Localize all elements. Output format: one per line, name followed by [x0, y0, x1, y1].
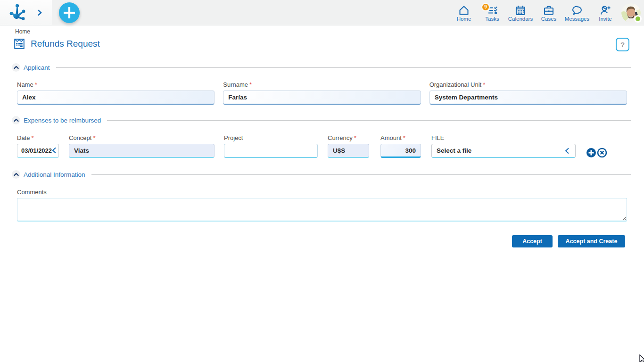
accept-and-create-button[interactable]: Accept and Create [558, 235, 625, 247]
required-mark: * [483, 81, 485, 88]
field-date: Date* [17, 134, 59, 158]
presence-status-dot [634, 15, 642, 23]
file-input[interactable] [431, 144, 576, 158]
section-applicant-header: Applicant [12, 63, 631, 72]
field-org-unit: Organizational Unit* [429, 81, 627, 105]
bizagi-logo-icon[interactable] [4, 1, 27, 26]
field-concept: Concept* [69, 134, 215, 158]
section-additional-label: Additional Information [24, 171, 85, 178]
form-icon [14, 38, 25, 49]
remove-row-button[interactable] [597, 148, 607, 158]
required-mark: * [249, 81, 252, 88]
nav-home-label: Home [450, 16, 478, 22]
file-label: FILE [431, 134, 444, 141]
required-mark: * [403, 134, 405, 141]
user-avatar[interactable] [621, 3, 641, 23]
field-comments: Comments [17, 189, 627, 222]
project-label: Project [224, 134, 243, 141]
nav-home[interactable]: Home [450, 0, 478, 25]
new-case-button[interactable] [59, 2, 80, 23]
required-mark: * [354, 134, 356, 141]
date-label: Date [17, 134, 30, 141]
accept-button[interactable]: Accept [512, 235, 553, 247]
plus-icon [64, 7, 75, 18]
nav-calendars[interactable]: Calendars [506, 0, 535, 25]
currency-input[interactable] [328, 144, 369, 158]
comments-label: Comments [17, 189, 47, 196]
surname-label: Surname [223, 81, 248, 88]
date-input[interactable] [17, 144, 59, 158]
name-input[interactable] [17, 90, 215, 105]
add-circle-icon [586, 148, 596, 158]
collapse-expenses-button[interactable] [12, 116, 20, 124]
nav-tasks[interactable]: 9 Tasks [478, 0, 506, 25]
section-expenses-header: Expenses to be reimbursed [12, 116, 631, 124]
expenses-fields-row: Date* Concept* Project Currency* Amount*… [17, 134, 627, 158]
calendars-icon [514, 4, 527, 16]
tasks-count-badge: 9 [481, 3, 490, 11]
section-divider [107, 120, 631, 121]
chevron-up-icon [14, 66, 19, 69]
expand-menu-chevron-icon[interactable] [36, 9, 43, 18]
name-label: Name [17, 81, 33, 88]
title-bar: Refunds Request [14, 38, 100, 49]
amount-input[interactable] [380, 144, 421, 158]
add-row-button[interactable] [586, 148, 596, 158]
required-mark: * [31, 134, 33, 141]
field-currency: Currency* [328, 134, 369, 158]
nav-messages[interactable]: Messages [563, 0, 591, 25]
breadcrumb[interactable]: Home [15, 28, 30, 35]
required-mark: * [93, 134, 95, 141]
top-bar: Home 9 Tasks [0, 0, 644, 25]
required-mark: * [35, 81, 37, 88]
surname-input[interactable] [223, 90, 421, 105]
help-button[interactable]: ? [616, 38, 629, 51]
chevron-up-icon [14, 173, 19, 176]
cases-icon [543, 4, 555, 16]
comments-textarea[interactable] [17, 198, 627, 222]
project-input[interactable] [224, 144, 318, 158]
org-unit-input[interactable] [429, 90, 627, 105]
currency-label: Currency [328, 134, 353, 141]
collapse-applicant-button[interactable] [12, 63, 20, 72]
top-navigation: Home 9 Tasks [450, 0, 619, 25]
chevron-up-icon [14, 118, 19, 122]
concept-input[interactable] [69, 144, 215, 158]
nav-invite-label: Invite [591, 16, 619, 22]
nav-tasks-label: Tasks [478, 16, 506, 22]
section-applicant-label: Applicant [24, 64, 50, 71]
home-icon [458, 4, 470, 16]
messages-icon [571, 4, 583, 16]
nav-cases-label: Cases [535, 16, 563, 22]
field-project: Project [224, 134, 318, 158]
field-file: FILE [431, 134, 576, 158]
nav-messages-label: Messages [563, 16, 591, 22]
page-title: Refunds Request [31, 39, 100, 49]
collapse-additional-button[interactable] [12, 170, 20, 179]
remove-circle-icon [597, 148, 607, 158]
mouse-cursor [639, 354, 644, 362]
field-name: Name* [17, 81, 215, 105]
section-additional-header: Additional Information [12, 170, 631, 179]
section-divider [91, 174, 631, 175]
form-actions: Accept Accept and Create [17, 235, 625, 247]
amount-label: Amount [380, 134, 402, 141]
form: Applicant Name* Surname* Organizational … [0, 63, 644, 247]
field-amount: Amount* [380, 134, 421, 158]
concept-label: Concept [69, 134, 91, 141]
applicant-fields-row: Name* Surname* Organizational Unit* [17, 81, 627, 105]
field-surname: Surname* [223, 81, 421, 105]
nav-cases[interactable]: Cases [535, 0, 563, 25]
invite-icon [599, 4, 611, 16]
nav-invite[interactable]: Invite [591, 0, 619, 25]
nav-calendars-label: Calendars [506, 16, 535, 22]
logo-zone [0, 0, 52, 25]
org-unit-label: Organizational Unit [429, 81, 482, 88]
section-expenses-label: Expenses to be reimbursed [24, 117, 101, 124]
section-divider [56, 67, 631, 68]
row-actions [586, 148, 607, 158]
